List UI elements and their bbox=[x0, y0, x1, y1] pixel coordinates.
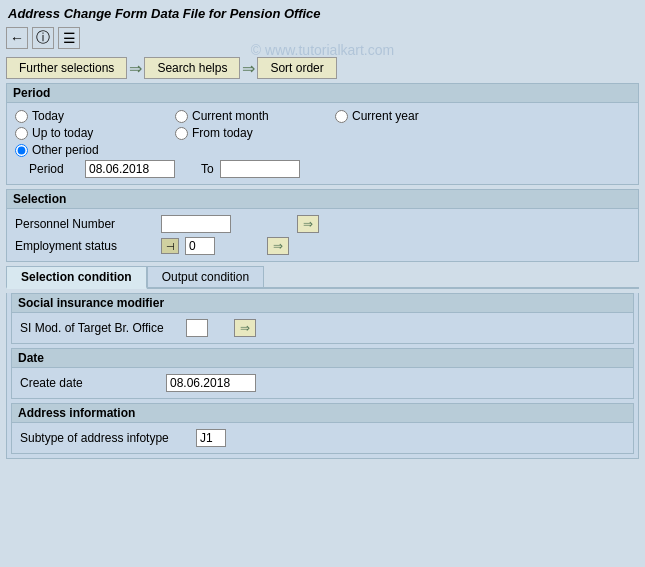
radio-today[interactable]: Today bbox=[15, 109, 155, 123]
create-date-input[interactable] bbox=[166, 374, 256, 392]
social-insurance-title: Social insurance modifier bbox=[12, 294, 633, 313]
period-section-title: Period bbox=[7, 84, 638, 103]
period-from-label: Period bbox=[29, 162, 79, 176]
radio-current-month[interactable]: Current month bbox=[175, 109, 315, 123]
period-to-input[interactable] bbox=[220, 160, 300, 178]
toolbar: ← ⓘ ☰ bbox=[0, 25, 645, 53]
further-selections-label: Further selections bbox=[19, 61, 114, 75]
menu-icon[interactable]: ☰ bbox=[58, 27, 80, 49]
arrow-2: ⇒ bbox=[242, 59, 255, 78]
create-date-label: Create date bbox=[20, 376, 160, 390]
radio-from-today[interactable]: From today bbox=[175, 126, 315, 140]
tab-output-condition[interactable]: Output condition bbox=[147, 266, 264, 287]
si-mod-input[interactable] bbox=[186, 319, 208, 337]
personnel-number-arrow-btn[interactable]: ⇒ bbox=[297, 215, 319, 233]
tab-sort-order[interactable]: Sort order bbox=[257, 57, 336, 79]
info-icon[interactable]: ⓘ bbox=[32, 27, 54, 49]
radio-current-year[interactable]: Current year bbox=[335, 109, 475, 123]
personnel-number-label: Personnel Number bbox=[15, 217, 155, 231]
subtype-label: Subtype of address infotype bbox=[20, 431, 190, 445]
page-title: Address Change Form Data File for Pensio… bbox=[8, 6, 321, 21]
other-period-label: Other period bbox=[32, 143, 99, 157]
selection-section: Selection Personnel Number ⇒ Employment … bbox=[6, 189, 639, 262]
radio-up-to-today[interactable]: Up to today bbox=[15, 126, 155, 140]
si-mod-arrow-btn[interactable]: ⇒ bbox=[234, 319, 256, 337]
title-bar: Address Change Form Data File for Pensio… bbox=[0, 0, 645, 25]
period-to-label: To bbox=[201, 162, 214, 176]
date-section: Date Create date bbox=[11, 348, 634, 399]
employment-status-label: Employment status bbox=[15, 239, 155, 253]
radio-other-period[interactable]: Other period bbox=[15, 143, 155, 157]
current-year-label: Current year bbox=[352, 109, 419, 123]
today-label: Today bbox=[32, 109, 64, 123]
personnel-number-input[interactable] bbox=[161, 215, 231, 233]
search-helps-label: Search helps bbox=[157, 61, 227, 75]
current-month-label: Current month bbox=[192, 109, 269, 123]
sort-order-label: Sort order bbox=[270, 61, 323, 75]
selection-section-title: Selection bbox=[7, 190, 638, 209]
from-today-label: From today bbox=[192, 126, 253, 140]
employment-status-input[interactable] bbox=[185, 237, 215, 255]
inner-panel: Social insurance modifier SI Mod. of Tar… bbox=[6, 293, 639, 459]
tab-selection-condition[interactable]: Selection condition bbox=[6, 266, 147, 289]
tab-search-helps[interactable]: Search helps bbox=[144, 57, 240, 79]
tab-further-selections[interactable]: Further selections bbox=[6, 57, 127, 79]
subtype-input[interactable] bbox=[196, 429, 226, 447]
back-icon[interactable]: ← bbox=[6, 27, 28, 49]
address-section: Address information Subtype of address i… bbox=[11, 403, 634, 454]
social-insurance-section: Social insurance modifier SI Mod. of Tar… bbox=[11, 293, 634, 344]
arrow-1: ⇒ bbox=[129, 59, 142, 78]
period-from-input[interactable] bbox=[85, 160, 175, 178]
employment-status-icon[interactable]: ⊣ bbox=[161, 238, 179, 254]
up-to-today-label: Up to today bbox=[32, 126, 93, 140]
employment-status-arrow-btn[interactable]: ⇒ bbox=[267, 237, 289, 255]
date-section-title: Date bbox=[12, 349, 633, 368]
tab-bar: Further selections ⇒ Search helps ⇒ Sort… bbox=[0, 53, 645, 79]
period-section: Period Today Current month Current year … bbox=[6, 83, 639, 185]
inner-tabs-bar: Selection condition Output condition bbox=[6, 266, 639, 289]
si-mod-label: SI Mod. of Target Br. Office bbox=[20, 321, 180, 335]
address-section-title: Address information bbox=[12, 404, 633, 423]
